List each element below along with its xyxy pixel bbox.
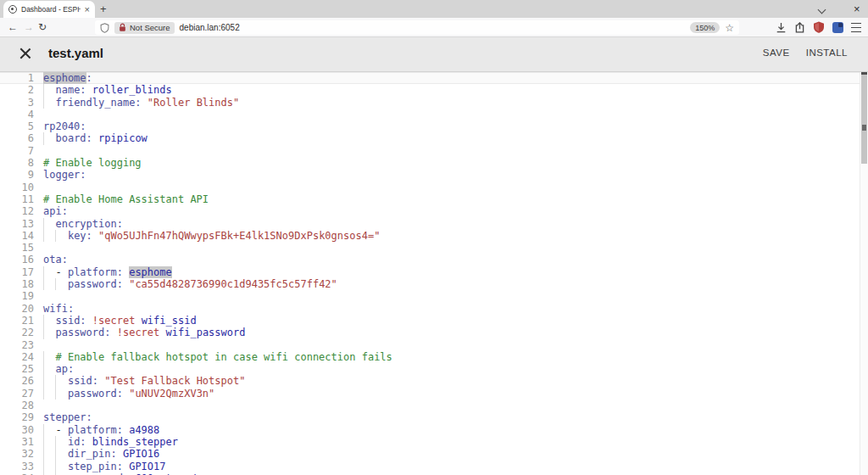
tab-bar: Dashboard - ESPHome × + × xyxy=(0,0,868,18)
line-number: 16 xyxy=(0,254,34,265)
code-line[interactable]: 33 step_pin: GPIO17 xyxy=(0,461,868,472)
code-editor[interactable]: 1esphome:2 name: roller_blinds3 friendly… xyxy=(0,72,868,475)
code-line[interactable]: 26 ssid: "Test Fallback Hotspot" xyxy=(0,375,868,387)
code-token: password: xyxy=(55,327,110,338)
indent-guide xyxy=(55,461,56,472)
line-number: 26 xyxy=(0,375,34,387)
code-line[interactable]: 17 - platform: esphome xyxy=(0,266,868,278)
code-line[interactable]: 13 encryption: xyxy=(0,218,868,230)
code-token xyxy=(43,327,55,338)
line-content: - platform: a4988 xyxy=(43,424,159,436)
extension-icon[interactable] xyxy=(832,22,843,33)
code-token: !secret xyxy=(117,327,160,338)
code-line[interactable]: 28 xyxy=(0,400,868,411)
code-line[interactable]: 8# Enable logging xyxy=(0,157,868,169)
code-line[interactable]: 29stepper: xyxy=(0,411,868,423)
line-content: friendly_name: "Roller Blinds" xyxy=(43,97,239,109)
window-close-icon[interactable]: × xyxy=(854,3,860,15)
indent-guide xyxy=(43,424,44,436)
code-token: GPIO16 xyxy=(123,448,159,460)
menu-hamburger-icon[interactable] xyxy=(851,23,861,32)
tracking-shield-icon[interactable] xyxy=(100,23,109,33)
indent-guide xyxy=(43,315,44,327)
code-line[interactable]: 6 board: rpipicow xyxy=(0,132,868,144)
line-number: 7 xyxy=(0,145,34,157)
editor-header xyxy=(0,37,868,72)
code-line[interactable]: 30 - platform: a4988 xyxy=(0,424,868,436)
code-token xyxy=(135,315,141,327)
security-chip[interactable]: Not Secure xyxy=(114,22,175,34)
back-icon[interactable]: ← xyxy=(8,21,18,33)
bookmark-star-icon[interactable]: ☆ xyxy=(725,23,734,33)
line-content: ota: xyxy=(43,254,68,265)
indent-guide xyxy=(43,97,44,109)
reload-icon[interactable]: ↻ xyxy=(38,21,47,33)
code-token: "uNUV2QmzXV3n" xyxy=(129,388,214,400)
code-line[interactable]: 14 key: "qWo5UJhFn47hQWwypsFBk+E4lk1SNo9… xyxy=(0,230,868,242)
line-number: 14 xyxy=(0,230,34,242)
code-line[interactable]: 31 id: blinds_stepper xyxy=(0,436,868,448)
code-line[interactable]: 5rp2040: xyxy=(0,120,868,132)
line-number: 23 xyxy=(0,339,34,351)
tab-close-icon[interactable]: × xyxy=(85,5,90,14)
line-content: # Enable logging xyxy=(43,157,142,169)
code-token: id: xyxy=(68,436,86,448)
code-token: wifi_password xyxy=(166,327,246,338)
line-content: name: roller_blinds xyxy=(43,84,172,96)
code-line[interactable]: 18 password: "ca55d4828736990c1d9435fc5c… xyxy=(0,278,868,290)
zoom-level-badge[interactable]: 150% xyxy=(690,22,720,33)
code-line[interactable]: 10 xyxy=(0,182,868,193)
code-token: !secret xyxy=(92,315,136,327)
code-line[interactable]: 1esphome: xyxy=(0,72,868,84)
code-line[interactable]: 22 password: !secret wifi_password xyxy=(0,327,868,338)
code-line[interactable]: 21 ssid: !secret wifi_ssid xyxy=(0,315,868,327)
code-line[interactable]: 27 password: "uNUV2QmzXV3n" xyxy=(0,388,868,400)
tab-list-chevron-icon[interactable] xyxy=(818,6,826,14)
close-editor-icon[interactable] xyxy=(19,47,32,60)
code-token: ota: xyxy=(43,254,68,265)
forward-icon[interactable]: → xyxy=(24,21,34,33)
line-content: api: xyxy=(43,205,68,217)
code-line[interactable]: 15 xyxy=(0,242,868,254)
new-tab-button[interactable]: + xyxy=(100,2,107,16)
code-token xyxy=(43,84,55,96)
code-line[interactable]: 16ota: xyxy=(0,254,868,265)
indent-guide xyxy=(55,388,56,400)
code-token: wifi_ssid xyxy=(142,315,197,327)
indent-guide xyxy=(55,230,56,242)
install-button[interactable]: INSTALL xyxy=(806,48,848,58)
code-token xyxy=(92,132,98,144)
code-token xyxy=(86,315,92,327)
code-line[interactable]: 11# Enable Home Assistant API xyxy=(0,193,868,205)
download-icon[interactable] xyxy=(776,22,787,33)
share-icon[interactable] xyxy=(794,22,805,33)
insecure-lock-icon xyxy=(119,23,126,32)
line-content: - platform: esphome xyxy=(43,266,172,278)
search-match-token: esphome xyxy=(43,72,86,84)
adblock-shield-icon[interactable] xyxy=(813,21,825,33)
code-line[interactable]: 25 ap: xyxy=(0,363,868,375)
scrollbar-thumb[interactable] xyxy=(861,72,867,164)
code-line[interactable]: 32 dir_pin: GPIO16 xyxy=(0,448,868,460)
tab-title: Dashboard - ESPHome xyxy=(21,5,81,14)
code-line[interactable]: 19 xyxy=(0,290,868,302)
code-line[interactable]: 4 xyxy=(0,109,868,120)
browser-tab[interactable]: Dashboard - ESPHome × xyxy=(3,1,95,18)
url-text[interactable]: debian.lan:6052 xyxy=(180,23,686,32)
indent-guide xyxy=(43,448,44,460)
code-line[interactable]: 7 xyxy=(0,145,868,157)
code-line[interactable]: 20wifi: xyxy=(0,303,868,315)
code-line[interactable]: 24 # Enable fallback hotspot in case wif… xyxy=(0,351,868,363)
line-content: # Enable Home Assistant API xyxy=(43,193,209,205)
code-line[interactable]: 23 xyxy=(0,339,868,351)
code-line[interactable]: 2 name: roller_blinds xyxy=(0,84,868,96)
code-token xyxy=(43,132,55,144)
url-bar[interactable]: Not Secure debian.lan:6052 150% ☆ xyxy=(95,20,739,35)
code-line[interactable]: 12api: xyxy=(0,205,868,217)
save-button[interactable]: SAVE xyxy=(763,48,790,58)
code-line[interactable]: 9logger: xyxy=(0,169,868,181)
line-number: 30 xyxy=(0,424,34,436)
code-line[interactable]: 3 friendly_name: "Roller Blinds" xyxy=(0,97,868,109)
editor-scrollbar[interactable] xyxy=(860,72,868,475)
code-token: encryption: xyxy=(55,218,122,230)
